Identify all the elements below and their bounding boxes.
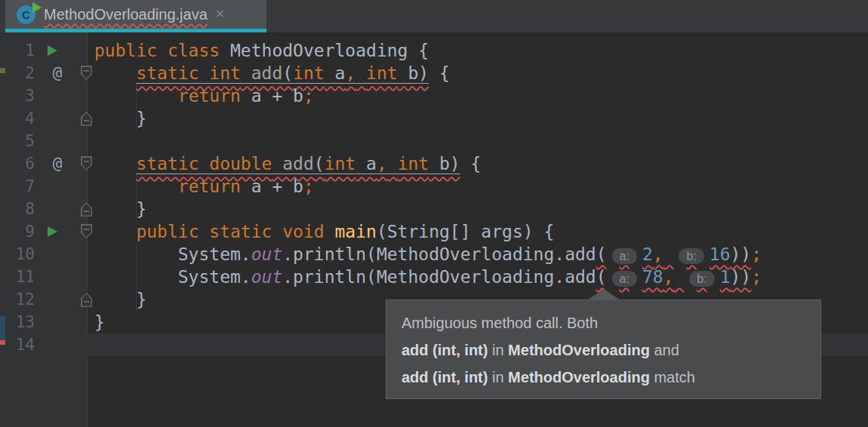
code-token: ( xyxy=(596,244,607,264)
class-letter: C xyxy=(22,8,30,21)
code-line[interactable]: 9 public static void main(String[] args)… xyxy=(5,220,868,243)
code-token: ; xyxy=(303,86,314,106)
code-token xyxy=(356,63,366,83)
code-line[interactable]: 5 xyxy=(5,130,868,152)
fold-marker-top[interactable] xyxy=(81,224,92,238)
line-number: 14 xyxy=(5,333,35,356)
tooltip-text: and xyxy=(650,342,679,358)
code-segment: return a + b; xyxy=(94,86,314,106)
line-number: 6 xyxy=(5,152,35,175)
at-gutter-icon[interactable]: @ xyxy=(47,62,68,84)
parameter-hint: b: xyxy=(679,248,703,264)
code-token xyxy=(387,154,398,174)
code-token: } xyxy=(94,290,146,309)
fold-marker-fill xyxy=(82,67,91,79)
code-token: .println(MethodOverloading.add xyxy=(282,267,596,287)
code-text: return a + b; xyxy=(94,84,314,107)
java-class-icon: C xyxy=(17,5,37,24)
code-token: 1 xyxy=(720,267,731,287)
code-segment xyxy=(94,63,136,83)
tooltip-text: in xyxy=(488,369,508,386)
code-token: static double xyxy=(136,154,272,174)
tab-close-icon[interactable]: ✕ xyxy=(215,8,225,20)
code-segment: public static void main(String[] args) { xyxy=(94,222,554,241)
code-line[interactable]: 10 System.out.println(MethodOverloading.… xyxy=(5,243,868,266)
code-token: return xyxy=(178,86,241,106)
minus-icon xyxy=(84,161,89,162)
code-token: } xyxy=(94,199,146,219)
minus-icon xyxy=(84,120,89,121)
code-token: a xyxy=(356,154,377,174)
parameter-hint: a: xyxy=(612,271,637,287)
fold-marker-top[interactable] xyxy=(81,156,92,170)
code-text: public class MethodOverloading { xyxy=(94,39,429,62)
stripe-mark-red xyxy=(0,340,5,345)
run-icon[interactable] xyxy=(48,226,57,237)
editor-tab[interactable]: C MethodOverloading.java ✕ xyxy=(5,0,266,32)
fold-marker-bottom[interactable] xyxy=(81,202,92,217)
code-line[interactable]: 6@ static double add(int a, int b) { xyxy=(5,152,868,175)
code-token: System. xyxy=(94,267,251,287)
code-line[interactable]: 4 } xyxy=(5,107,868,130)
code-line[interactable]: 1public class MethodOverloading { xyxy=(5,39,868,62)
tooltip-bold-text: MethodOverloading xyxy=(508,342,650,358)
fold-marker-bottom[interactable] xyxy=(81,112,92,126)
code-token: 2 xyxy=(642,244,653,264)
run-icon[interactable] xyxy=(48,45,57,56)
code-token: main xyxy=(325,222,377,241)
code-line[interactable]: 8 } xyxy=(5,198,868,220)
error-signature: static int add(int a, int b) xyxy=(136,63,429,84)
stripe-mark-yellow xyxy=(0,68,5,73)
error-tooltip: Ambiguous method call. Bothadd (int, int… xyxy=(386,300,821,399)
line-number: 9 xyxy=(5,220,35,243)
line-number: 10 xyxy=(5,243,35,266)
code-segment: } xyxy=(94,290,146,309)
tooltip-arrow xyxy=(587,289,620,300)
code-segment: return a + b; xyxy=(94,177,314,196)
code-line[interactable]: 2@ static int add(int a, int b) { xyxy=(5,62,868,84)
code-segment xyxy=(94,154,136,174)
code-token xyxy=(94,177,178,196)
line-number: 13 xyxy=(5,311,35,333)
fold-marker-fill xyxy=(82,158,91,170)
code-token: , xyxy=(377,154,387,174)
code-token: return xyxy=(178,177,241,196)
code-token: ; xyxy=(751,267,762,287)
code-line[interactable]: 7 return a + b; xyxy=(5,175,868,198)
tooltip-text: Ambiguous method call. Both xyxy=(402,315,598,331)
code-token: 78 xyxy=(642,267,663,287)
fold-marker-bottom[interactable] xyxy=(81,293,92,307)
parameter-hint: a: xyxy=(612,248,637,264)
tooltip-line: Ambiguous method call. Both xyxy=(402,309,805,336)
code-token: )) xyxy=(731,267,752,287)
code-text: return a + b; xyxy=(94,175,314,198)
code-token: , xyxy=(653,244,663,264)
tooltip-text: in xyxy=(488,342,508,358)
fold-marker-fill xyxy=(82,226,91,238)
tooltip-text: match xyxy=(650,369,695,386)
code-token: public static void xyxy=(136,222,324,241)
code-token: ; xyxy=(303,177,314,196)
code-line[interactable]: 3 return a + b; xyxy=(5,84,868,107)
code-segment: System.out.println(MethodOverloading.add xyxy=(94,244,596,264)
code-token: } xyxy=(94,109,146,128)
code-token: { xyxy=(429,63,450,83)
code-segment: public class MethodOverloading { xyxy=(94,41,429,60)
code-segment: { xyxy=(460,154,482,174)
line-number: 2 xyxy=(5,62,35,84)
code-token xyxy=(94,86,178,106)
at-gutter-icon[interactable]: @ xyxy=(47,152,68,175)
code-token xyxy=(673,267,684,287)
code-line[interactable]: 11 System.out.println(MethodOverloading.… xyxy=(5,266,868,288)
code-token: .println(MethodOverloading.add xyxy=(282,244,596,264)
editor-tab-bar: C MethodOverloading.java ✕ xyxy=(0,0,868,32)
code-token: add xyxy=(241,63,282,83)
code-token: static int xyxy=(136,63,240,83)
code-token: MethodOverloading { xyxy=(230,41,429,60)
code-segment: ; xyxy=(751,267,762,287)
fold-marker-top[interactable] xyxy=(81,66,92,80)
tooltip-line: add (int, int) in MethodOverloading and xyxy=(402,336,805,364)
code-segment: } xyxy=(94,312,105,332)
tooltip-bold-text: add (int, int) xyxy=(402,369,488,386)
code-token: } xyxy=(94,312,105,332)
